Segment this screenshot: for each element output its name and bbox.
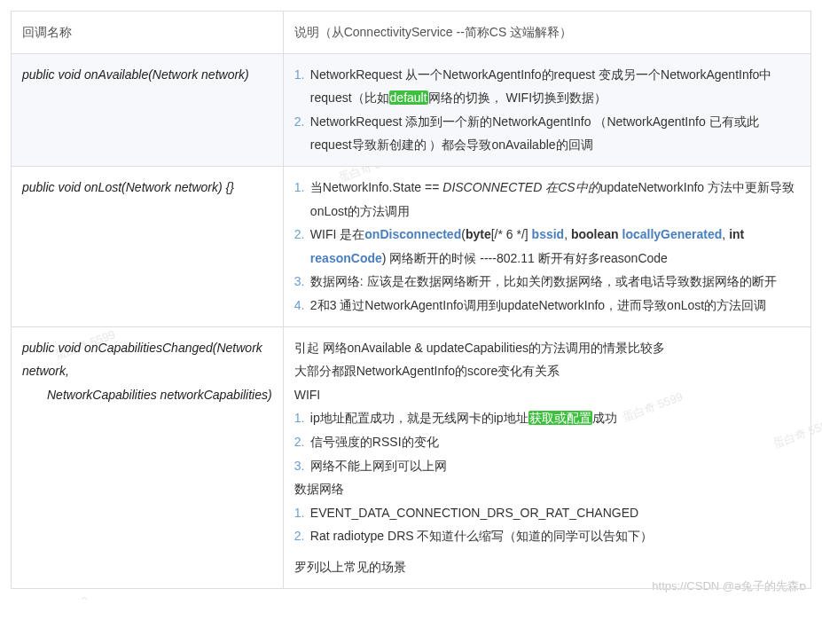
callback-signature: public void onAvailable(Network network) xyxy=(22,67,249,82)
desc-line: 大部分都跟NetworkAgentInfo的score变化有关系 xyxy=(294,359,800,383)
list-item: WIFI 是在onDisconnected(byte[/* 6 */] bssi… xyxy=(294,223,800,270)
watermark: 蛋白奇 5599 xyxy=(26,593,90,600)
header-name: 回调名称 xyxy=(12,12,284,54)
table-row: public void onCapabilitiesChanged(Networ… xyxy=(12,326,811,588)
list-item: Rat radiotype DRS 不知道什么缩写（知道的同学可以告知下） xyxy=(294,524,800,548)
desc-list: EVENT_DATA_CONNECTION_DRS_OR_RAT_CHANGED… xyxy=(294,501,800,548)
list-item: 信号强度的RSSI的变化 xyxy=(294,430,800,454)
list-item: 2和3 通过NetworkAgentInfo调用到updateNetworkIn… xyxy=(294,294,800,318)
list-item: 当NetworkInfo.State == DISCONNECTED 在CS中的… xyxy=(294,176,800,223)
desc-line: 数据网络 xyxy=(294,477,800,501)
desc-line: WIFI xyxy=(294,383,800,407)
list-item: 网络不能上网到可以上网 xyxy=(294,454,800,478)
list-item: ip地址配置成功，就是无线网卡的ip地址获取或配置成功 xyxy=(294,406,800,430)
list-item: EVENT_DATA_CONNECTION_DRS_OR_RAT_CHANGED xyxy=(294,501,800,525)
callback-signature: public void onCapabilitiesChanged(Networ… xyxy=(22,336,272,383)
desc-list: ip地址配置成功，就是无线网卡的ip地址获取或配置成功 信号强度的RSSI的变化… xyxy=(294,406,800,477)
callback-table: 回调名称 说明（从ConnectivityService --简称CS 这端解释… xyxy=(11,11,811,589)
list-item: 数据网络: 应该是在数据网络断开，比如关闭数据网络，或者电话导致数据网络的断开 xyxy=(294,270,800,294)
desc-list: 当NetworkInfo.State == DISCONNECTED 在CS中的… xyxy=(294,176,800,318)
desc-line: 引起 网络onAvailable & updateCapabilities的方法… xyxy=(294,336,800,360)
callback-signature: public void onLost(Network network) {} xyxy=(22,180,234,194)
highlight-default: default xyxy=(389,90,428,105)
method-onDisconnected: onDisconnected xyxy=(364,227,461,241)
highlight-fetch-config: 获取或配置 xyxy=(528,411,592,425)
table-row: public void onAvailable(Network network)… xyxy=(12,53,811,166)
header-desc: 说明（从ConnectivityService --简称CS 这端解释） xyxy=(283,12,810,54)
desc-line: 罗列以上常见的场景 xyxy=(294,555,800,579)
desc-list: NetworkRequest 从一个NetworkAgentInfo的reque… xyxy=(294,63,800,157)
list-item: NetworkRequest 添加到一个新的NetworkAgentInfo （… xyxy=(294,110,800,157)
table-row: public void onLost(Network network) {} 当… xyxy=(12,166,811,326)
list-item: NetworkRequest 从一个NetworkAgentInfo的reque… xyxy=(294,63,800,110)
